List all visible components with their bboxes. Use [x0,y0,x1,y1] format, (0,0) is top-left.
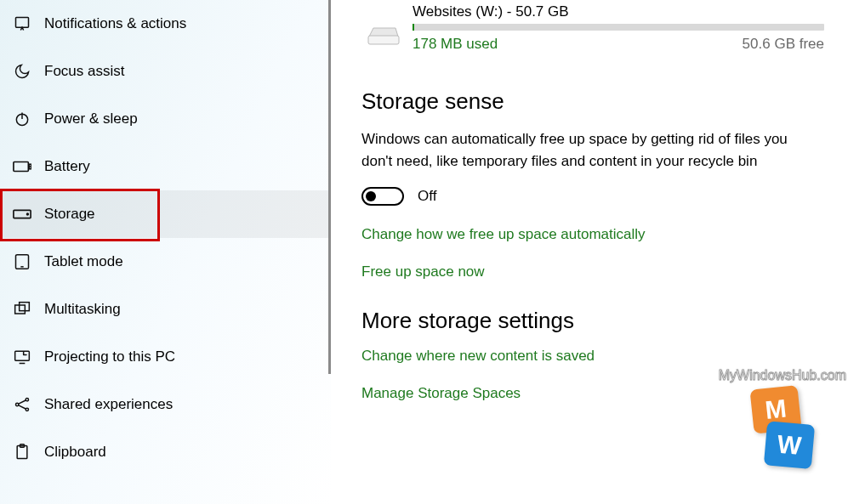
link-change-auto-free[interactable]: Change how we free up space automaticall… [361,226,828,243]
sidebar-item-storage[interactable]: Storage [0,190,331,238]
sidebar-item-label: Projecting to this PC [44,348,175,365]
drive-free-text: 50.6 GB free [743,36,824,53]
clipboard-icon [12,442,32,462]
notifications-icon [12,14,32,34]
sidebar-item-notifications[interactable]: Notifications & actions [0,0,331,48]
svg-rect-9 [15,305,26,314]
share-icon [12,394,32,415]
drive-icon [361,20,406,51]
watermark-block-w: W [764,421,815,469]
link-manage-storage-spaces[interactable]: Manage Storage Spaces [361,385,828,402]
sidebar-item-label: Battery [44,158,90,175]
sidebar-item-focus-assist[interactable]: Focus assist [0,48,331,95]
sidebar-item-label: Multitasking [44,301,121,318]
svg-line-16 [19,405,26,409]
settings-sidebar: Notifications & actions Focus assist Pow… [0,0,331,504]
multitasking-icon [12,299,32,320]
sidebar-item-shared-experiences[interactable]: Shared experiences [0,381,331,428]
storage-sense-description: Windows can automatically free up space … [361,128,821,173]
svg-point-12 [16,403,19,405]
sidebar-item-projecting[interactable]: Projecting to this PC [0,333,331,381]
sidebar-item-label: Power & sleep [44,110,138,127]
sidebar-item-tablet-mode[interactable]: Tablet mode [0,238,331,286]
drive-title: Websites (W:) - 50.7 GB [413,3,828,20]
svg-rect-11 [15,351,30,360]
svg-point-6 [27,213,29,215]
sidebar-item-label: Clipboard [44,444,106,461]
battery-icon [12,156,32,177]
drive-entry[interactable]: Websites (W:) - 50.7 GB 178 MB used 50.6… [361,3,828,53]
sidebar-item-battery[interactable]: Battery [0,143,331,190]
power-icon [12,109,32,129]
sidebar-item-label: Shared experiences [44,396,173,413]
watermark-text: MyWindowsHub.com [719,368,846,383]
storage-sense-toggle-label: Off [418,188,436,205]
sidebar-item-clipboard[interactable]: Clipboard [0,428,331,476]
tablet-icon [12,252,32,272]
svg-point-14 [26,408,28,411]
drive-usage-bar [413,24,824,31]
sidebar-item-label: Tablet mode [44,253,123,270]
sidebar-item-power-sleep[interactable]: Power & sleep [0,95,331,143]
svg-line-15 [19,400,26,404]
svg-rect-19 [368,36,399,44]
sidebar-item-label: Storage [44,206,95,223]
svg-rect-0 [16,18,29,28]
drive-used-text: 178 MB used [413,36,498,53]
project-icon [12,347,32,367]
sidebar-item-label: Notifications & actions [44,15,186,32]
sidebar-item-label: Focus assist [44,63,124,80]
watermark: MyWindowsHub.com M W [719,368,846,467]
svg-point-13 [26,399,28,401]
link-change-save-location[interactable]: Change where new content is saved [361,348,828,365]
svg-rect-4 [29,164,31,169]
link-free-up-now[interactable]: Free up space now [361,263,828,280]
storage-sense-toggle[interactable] [361,187,404,206]
svg-rect-10 [20,303,30,311]
sidebar-item-multitasking[interactable]: Multitasking [0,286,331,333]
storage-sense-heading: Storage sense [361,88,828,115]
storage-icon [12,204,32,224]
more-storage-heading: More storage settings [361,308,828,334]
moon-icon [12,61,32,82]
svg-rect-3 [14,162,28,172]
main-content: Websites (W:) - 50.7 GB 178 MB used 50.6… [331,0,865,504]
